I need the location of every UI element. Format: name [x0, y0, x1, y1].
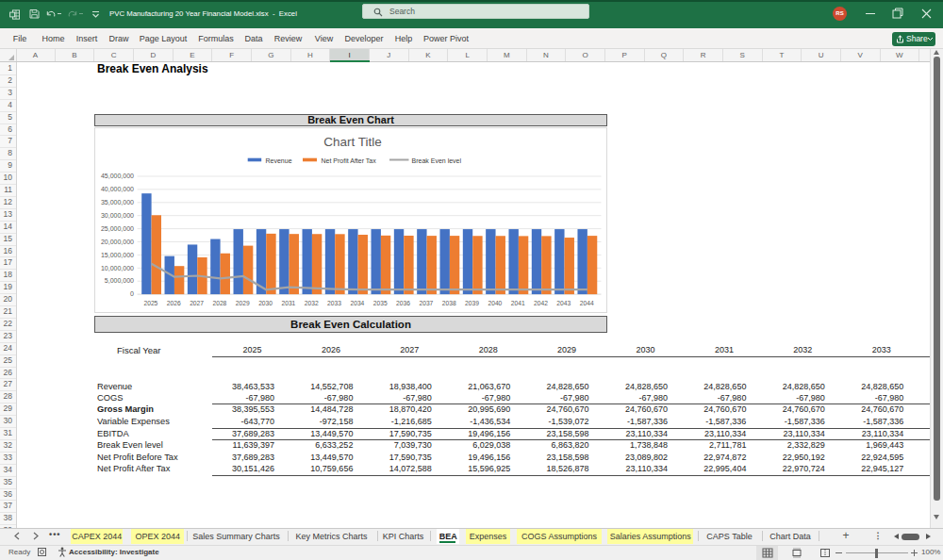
svg-text:2043: 2043	[556, 300, 571, 306]
svg-text:2039: 2039	[465, 300, 479, 306]
svg-text:2027: 2027	[190, 300, 204, 306]
svg-text:2044: 2044	[580, 300, 594, 306]
svg-text:Chart Title: Chart Title	[323, 134, 382, 148]
svg-text:2036: 2036	[396, 300, 410, 306]
svg-text:2040: 2040	[488, 300, 502, 306]
svg-text:Break Even level: Break Even level	[412, 157, 462, 164]
svg-text:5,000,000: 5,000,000	[105, 277, 134, 284]
svg-text:Net Profit After Tax: Net Profit After Tax	[322, 157, 377, 164]
svg-text:2042: 2042	[534, 300, 548, 306]
svg-text:15,000,000: 15,000,000	[101, 251, 134, 257]
svg-text:2034: 2034	[350, 300, 364, 306]
svg-text:35,000,000: 35,000,000	[101, 199, 134, 206]
svg-text:2033: 2033	[327, 300, 341, 306]
svg-text:2028: 2028	[212, 300, 226, 306]
svg-text:25,000,000: 25,000,000	[101, 224, 134, 231]
svg-text:2025: 2025	[143, 300, 157, 306]
svg-text:20,000,000: 20,000,000	[101, 238, 134, 244]
svg-text:0: 0	[130, 290, 134, 297]
svg-text:2038: 2038	[442, 300, 456, 306]
svg-text:2030: 2030	[258, 300, 273, 306]
svg-text:2029: 2029	[236, 300, 250, 306]
svg-text:2032: 2032	[305, 300, 319, 306]
svg-text:2031: 2031	[281, 300, 295, 306]
svg-text:10,000,000: 10,000,000	[101, 264, 134, 271]
svg-text:2035: 2035	[373, 300, 388, 306]
svg-text:30,000,000: 30,000,000	[101, 211, 134, 218]
svg-text:45,000,000: 45,000,000	[101, 173, 134, 179]
svg-text:40,000,000: 40,000,000	[101, 186, 134, 192]
svg-text:Revenue: Revenue	[266, 157, 292, 164]
svg-text:2037: 2037	[419, 300, 433, 306]
svg-text:2041: 2041	[511, 300, 525, 306]
svg-text:2026: 2026	[167, 300, 181, 306]
